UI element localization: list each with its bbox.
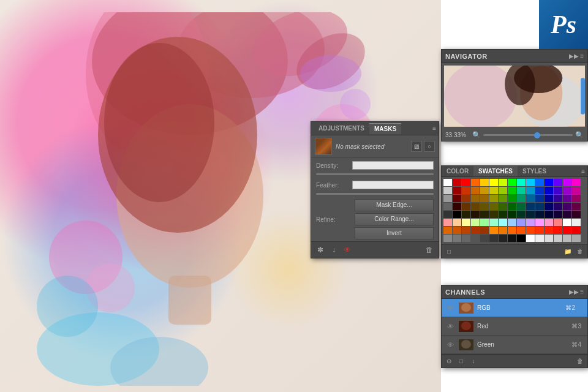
swatch[interactable] [535,219,544,226]
swatch[interactable] [499,187,507,194]
swatch[interactable] [453,179,461,186]
swatch[interactable] [517,179,526,186]
swatch[interactable] [489,227,498,234]
swatch[interactable] [535,227,544,234]
load-channel-icon[interactable]: ↓ [469,356,478,366]
swatch[interactable] [453,203,461,210]
swatch[interactable] [554,235,562,242]
density-value[interactable] [352,161,434,170]
swatch[interactable] [554,195,562,202]
swatch[interactable] [489,211,498,218]
swatch[interactable] [471,211,480,218]
swatch[interactable] [499,211,507,218]
swatch[interactable] [554,219,562,226]
swatch[interactable] [508,179,516,186]
swatch[interactable] [499,203,507,210]
swatch[interactable] [462,227,470,234]
tab-adjustments[interactable]: ADJUSTMENTS [314,123,369,134]
swatch[interactable] [471,187,480,194]
swatch[interactable] [453,227,461,234]
swatch[interactable] [563,227,571,234]
color-range-button[interactable]: Color Range... [355,213,434,225]
swatch[interactable] [443,179,452,186]
swatch[interactable] [545,187,553,194]
arrow-down-icon[interactable]: ↓ [328,244,339,255]
swatch[interactable] [443,211,452,218]
swatch[interactable] [471,227,480,234]
swatch[interactable] [526,187,535,194]
zoom-in-icon[interactable]: 🔍 [575,131,584,139]
swatch[interactable] [526,235,535,242]
swatch[interactable] [563,195,571,202]
swatch[interactable] [443,187,452,194]
swatch[interactable] [443,235,452,242]
swatch[interactable] [563,219,571,226]
swatch[interactable] [508,227,516,234]
swatch[interactable] [545,179,553,186]
swatch[interactable] [545,203,553,210]
swatch[interactable] [554,227,562,234]
swatch[interactable] [443,203,452,210]
swatch[interactable] [471,179,480,186]
swatch[interactable] [462,187,470,194]
tab-masks[interactable]: MASKS [369,123,401,134]
swatch[interactable] [545,195,553,202]
swatch[interactable] [462,235,470,242]
swatch[interactable] [572,203,581,210]
swatch[interactable] [462,195,470,202]
swatch[interactable] [554,187,562,194]
swatch[interactable] [517,211,526,218]
swatch[interactable] [499,195,507,202]
density-slider[interactable] [316,173,434,175]
swatch[interactable] [572,227,581,234]
tab-swatches[interactable]: SWATCHES [473,166,518,176]
swatch[interactable] [489,187,498,194]
swatch[interactable] [517,195,526,202]
add-vector-mask-btn[interactable]: ○ [424,141,435,152]
zoom-out-icon[interactable]: 🔍 [472,131,481,139]
swatch[interactable] [480,227,489,234]
swatch[interactable] [471,219,480,226]
channel-row-green[interactable]: 👁 Green ⌘4 [442,336,587,354]
swatch[interactable] [545,235,553,242]
swatch[interactable] [480,195,489,202]
swatch[interactable] [572,211,581,218]
swatch[interactable] [563,203,571,210]
swatch[interactable] [572,219,581,226]
swatch[interactable] [443,227,452,234]
swatch[interactable] [545,211,553,218]
swatch[interactable] [453,195,461,202]
swatch[interactable] [480,203,489,210]
swatch[interactable] [526,203,535,210]
nav-menu-icon[interactable]: ≡ [580,53,584,59]
swatch[interactable] [489,235,498,242]
create-new-swatch-icon[interactable]: □ [444,247,454,257]
swatch[interactable] [453,211,461,218]
swatch[interactable] [517,203,526,210]
swatch[interactable] [517,227,526,234]
swatch[interactable] [563,235,571,242]
swatch[interactable] [563,179,571,186]
dotted-circle-icon[interactable]: ✽ [315,244,326,255]
dotted-channel-icon[interactable]: ⊙ [444,356,454,366]
eye-icon[interactable]: 👁 [342,244,353,255]
swatch[interactable] [535,179,544,186]
swatch[interactable] [480,219,489,226]
swatch[interactable] [572,235,581,242]
invert-button[interactable]: Invert [355,227,434,239]
channel-row-red[interactable]: 👁 Red ⌘3 [442,317,587,336]
swatch[interactable] [572,195,581,202]
swatch[interactable] [499,179,507,186]
mask-edge-button[interactable]: Mask Edge... [355,199,434,211]
swatch[interactable] [535,187,544,194]
swatch[interactable] [489,195,498,202]
swatch[interactable] [499,235,507,242]
swatch[interactable] [526,195,535,202]
swatch[interactable] [453,235,461,242]
swatch[interactable] [508,187,516,194]
swatch[interactable] [526,179,535,186]
panel-menu-icon[interactable]: ≡ [432,125,436,132]
swatch[interactable] [563,211,571,218]
new-channel-icon[interactable]: □ [456,356,466,366]
channel-eye-rgb[interactable]: 👁 [445,303,455,313]
